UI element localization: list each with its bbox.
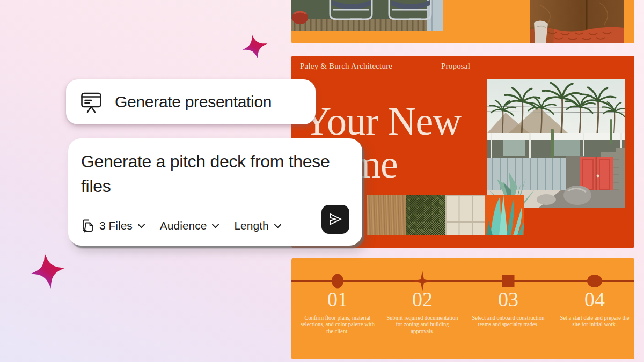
slide-moodboard <box>291 0 634 43</box>
swatch-agave-photo <box>485 195 525 235</box>
step-description: Confirm floor plans, material selections… <box>301 315 375 335</box>
step-number: 02 <box>379 289 465 311</box>
timeline-marker-4 <box>587 275 602 287</box>
chevron-down-icon <box>211 224 219 228</box>
swatch-green-weave <box>406 195 446 235</box>
wood-panel-couch-photo <box>530 0 624 43</box>
prompt-options-row: 3 Files Audience Length <box>81 219 282 233</box>
timeline-step: 01 Confirm floor plans, material selecti… <box>295 289 380 335</box>
files-chip[interactable]: 3 Files <box>81 219 145 233</box>
audience-chip-label: Audience <box>160 219 207 232</box>
files-chip-label: 3 Files <box>99 219 133 232</box>
prompt-card[interactable]: Generate a pitch deck from these files 3… <box>68 138 362 246</box>
timeline-marker-3 <box>502 275 515 287</box>
length-chip-label: Length <box>234 219 268 232</box>
material-swatches <box>367 195 524 235</box>
send-button[interactable] <box>321 205 349 234</box>
prompt-text[interactable]: Generate a pitch deck from these files <box>81 149 339 198</box>
timeline-step: 02 Submit required documentation for zon… <box>379 289 465 335</box>
ai-sparkle-icon <box>237 30 273 64</box>
timeline-marker-1 <box>332 274 343 289</box>
add-files-icon <box>81 219 94 233</box>
length-chip[interactable]: Length <box>234 219 281 232</box>
ai-sparkle-icon <box>23 248 73 293</box>
palm-springs-house-photo <box>487 79 625 208</box>
step-description: Submit required documentation for zoning… <box>385 315 459 335</box>
chevron-down-icon <box>274 224 282 228</box>
slide-doc-type: Proposal <box>441 62 470 71</box>
step-number: 04 <box>552 289 638 311</box>
swatch-cream-tile <box>445 195 485 235</box>
audience-chip[interactable]: Audience <box>160 219 220 232</box>
slide-timeline: 01 Confirm floor plans, material selecti… <box>291 258 634 359</box>
step-number: 03 <box>465 289 551 311</box>
slide-brand-text: Paley & Burch Architecture <box>300 62 392 71</box>
timeline-step: 03 Select and onboard construction teams… <box>465 289 551 328</box>
generate-presentation-button[interactable]: Generate presentation <box>66 79 316 124</box>
presentation-icon <box>80 91 103 113</box>
step-number: 01 <box>295 289 380 311</box>
slide-title-line1: Your New <box>303 100 461 143</box>
send-icon <box>327 211 343 227</box>
step-description: Set a start date and prepare the site fo… <box>558 315 632 328</box>
timeline-step: 04 Set a start date and prepare the site… <box>552 289 638 328</box>
hero-canvas: Paley & Burch Architecture Proposal Your… <box>0 0 644 362</box>
chevron-down-icon <box>137 224 145 228</box>
chrome-chairs-photo <box>291 0 443 31</box>
generate-presentation-label: Generate presentation <box>115 93 272 111</box>
swatch-wood-grain <box>367 195 406 235</box>
step-description: Select and onboard construction teams an… <box>471 315 545 328</box>
